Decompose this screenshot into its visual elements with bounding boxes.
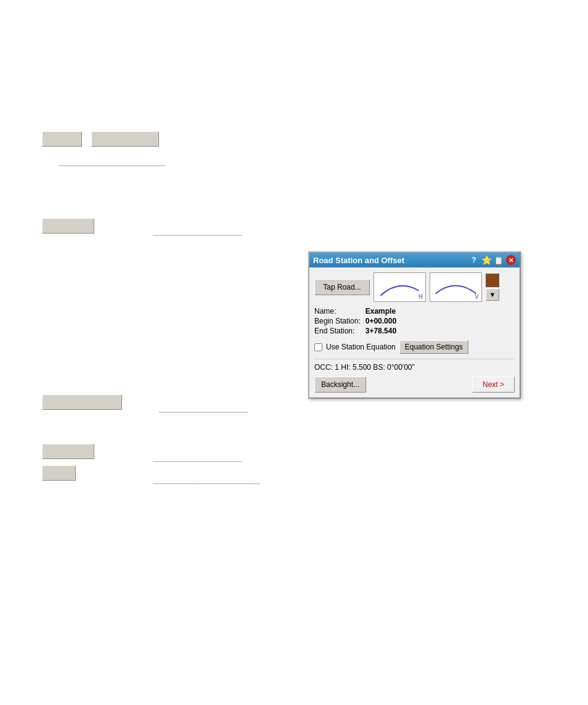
color-block	[486, 274, 499, 287]
name-value: Example	[365, 307, 515, 316]
horizontal-label: H	[419, 293, 423, 300]
help-icon[interactable]: ?	[469, 255, 479, 265]
underline-text-1: ________________________	[59, 157, 166, 166]
occ-line: OCC: 1 HI: 5.500 BS: 0°00'00"	[314, 359, 515, 372]
bg-button-1[interactable]	[42, 131, 82, 147]
vertical-label: V	[475, 293, 479, 300]
underline-text-4: ____________________	[153, 453, 242, 462]
underline-text-3: ____________________	[159, 404, 248, 413]
copy-icon[interactable]: 📋	[494, 255, 504, 265]
close-button[interactable]: ✕	[506, 255, 516, 265]
road-station-dialog: Road Station and Offset ? ⭐ 📋 ✕ Tap Road…	[308, 251, 521, 399]
name-label: Name:	[314, 307, 361, 316]
titlebar-left: Road Station and Offset	[313, 256, 404, 265]
tap-road-button[interactable]: Tap Road...	[314, 279, 370, 295]
side-controls: ▼	[486, 274, 499, 301]
end-station-value: 3+78.540	[365, 327, 515, 335]
bg-button-4[interactable]	[42, 394, 122, 410]
underline-text-2: ____________________	[153, 227, 242, 236]
road-preview-row: Tap Road... H V ▼	[314, 272, 515, 302]
begin-station-value: 0+00.000	[365, 317, 515, 325]
vertical-preview: V	[430, 272, 482, 302]
bg-button-2[interactable]	[91, 131, 159, 147]
dropdown-arrow[interactable]: ▼	[486, 288, 499, 301]
underline-text-5: ________________________	[153, 475, 260, 484]
bg-button-3[interactable]	[42, 218, 94, 234]
horizontal-preview: H	[374, 272, 426, 302]
use-station-equation-label: Use Station Equation	[326, 343, 396, 351]
titlebar-icons: ? ⭐ 📋 ✕	[469, 255, 516, 265]
dialog-title: Road Station and Offset	[313, 256, 404, 265]
bg-button-6[interactable]	[42, 465, 76, 481]
next-button[interactable]: Next >	[472, 377, 515, 393]
begin-station-label: Begin Station:	[314, 317, 361, 325]
equation-settings-button[interactable]: Equation Settings	[399, 340, 468, 354]
end-station-label: End Station:	[314, 327, 361, 335]
backsight-button[interactable]: Backsight...	[314, 377, 366, 393]
info-grid: Name: Example Begin Station: 0+00.000 En…	[314, 307, 515, 335]
pin-icon[interactable]: ⭐	[481, 255, 491, 265]
dialog-body: Tap Road... H V ▼ Nam	[309, 267, 520, 397]
dialog-titlebar: Road Station and Offset ? ⭐ 📋 ✕	[309, 253, 520, 267]
bg-button-5[interactable]	[42, 444, 94, 459]
use-station-equation-checkbox[interactable]	[314, 343, 322, 351]
checkbox-row: Use Station Equation Equation Settings	[314, 340, 515, 354]
bottom-row: Backsight... Next >	[314, 377, 515, 393]
